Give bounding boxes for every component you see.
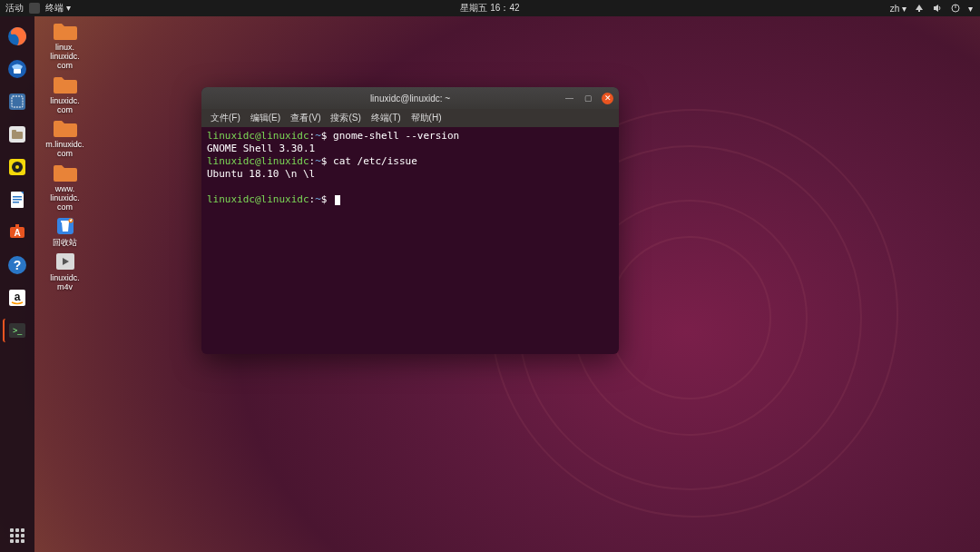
terminal-menubar: 文件(F) 编辑(E) 查看(V) 搜索(S) 终端(T) 帮助(H) xyxy=(201,109,619,127)
active-app-menu[interactable]: 终端 ▾ xyxy=(45,2,71,15)
desktop-icon-label: m.linuxidc. com xyxy=(40,141,90,159)
window-title: linuxidc@linuxidc: ~ xyxy=(370,94,450,104)
window-close-button[interactable]: ✕ xyxy=(602,93,613,104)
desktop-icon-label: linux. linuxidc. com xyxy=(40,44,90,71)
desktop-icon-label: linuxidc. m4v xyxy=(40,274,90,292)
activities-button[interactable]: 活动 xyxy=(5,2,24,15)
desktop-folder[interactable]: linux. linuxidc. com xyxy=(40,20,90,71)
svg-rect-9 xyxy=(12,130,16,133)
amazon-icon[interactable]: a xyxy=(5,285,30,310)
thunderbird-icon[interactable] xyxy=(5,56,30,82)
chevron-down-icon[interactable]: ▾ xyxy=(968,4,973,14)
input-method-indicator[interactable]: zh ▾ xyxy=(890,4,906,14)
rhythmbox-icon[interactable] xyxy=(5,154,30,180)
svg-rect-16 xyxy=(13,199,22,201)
svg-rect-8 xyxy=(12,132,23,139)
window-minimize-button[interactable]: — xyxy=(564,93,575,104)
power-icon[interactable] xyxy=(950,3,961,14)
dock: A ? a >_ xyxy=(0,16,34,552)
ubuntu-software-icon[interactable]: A xyxy=(5,220,30,245)
svg-text:>_: >_ xyxy=(13,326,23,335)
files-icon[interactable] xyxy=(5,122,30,147)
svg-point-12 xyxy=(15,165,19,169)
desktop-icon-label: 回收站 xyxy=(40,239,90,248)
active-app-icon xyxy=(29,3,40,14)
desktop-video-file[interactable]: linuxidc. m4v xyxy=(40,251,90,292)
window-titlebar[interactable]: linuxidc@linuxidc: ~ — ▢ ✕ xyxy=(201,87,619,109)
svg-text:a: a xyxy=(15,291,21,303)
svg-text:?: ? xyxy=(14,258,22,272)
svg-rect-17 xyxy=(13,202,19,203)
clock[interactable]: 星期五 16：42 xyxy=(460,2,519,15)
menu-help[interactable]: 帮助(H) xyxy=(407,110,446,126)
menu-file[interactable]: 文件(F) xyxy=(207,110,244,126)
desktop-folder[interactable]: linuxidc. com xyxy=(40,74,90,115)
window-maximize-button[interactable]: ▢ xyxy=(583,93,594,104)
help-icon[interactable]: ? xyxy=(5,252,30,278)
terminal-window[interactable]: linuxidc@linuxidc: ~ — ▢ ✕ 文件(F) 编辑(E) 查… xyxy=(201,87,619,354)
screenshot-icon[interactable] xyxy=(5,89,30,114)
desktop-icon-label: linuxidc. com xyxy=(40,97,90,115)
volume-icon[interactable] xyxy=(932,3,943,14)
svg-text:A: A xyxy=(14,228,20,238)
desktop-folder[interactable]: m.linuxidc. com xyxy=(40,117,90,159)
menu-view[interactable]: 查看(V) xyxy=(287,110,324,126)
svg-rect-4 xyxy=(14,69,21,74)
menu-terminal[interactable]: 终端(T) xyxy=(368,110,405,126)
svg-rect-15 xyxy=(13,196,22,198)
network-icon[interactable] xyxy=(914,3,925,14)
top-bar: 活动 终端 ▾ 星期五 16：42 zh ▾ ▾ xyxy=(0,0,980,16)
firefox-icon[interactable] xyxy=(5,24,30,49)
libreoffice-writer-icon[interactable] xyxy=(5,187,30,212)
terminal-body[interactable]: linuxidc@linuxidc:~$ gnome-shell --versi… xyxy=(201,127,619,354)
svg-rect-28 xyxy=(61,221,70,222)
menu-search[interactable]: 搜索(S) xyxy=(327,110,364,126)
desktop-icon-label: www. linuxidc. com xyxy=(40,185,90,212)
desktop-trash[interactable]: 回收站 xyxy=(40,215,90,248)
menu-edit[interactable]: 编辑(E) xyxy=(247,110,284,126)
desktop-icons: linux. linuxidc. com linuxidc. com m.lin… xyxy=(40,20,90,295)
terminal-icon[interactable]: >_ xyxy=(5,318,30,343)
desktop-folder[interactable]: www. linuxidc. com xyxy=(40,162,90,212)
show-applications-button[interactable] xyxy=(10,528,24,543)
